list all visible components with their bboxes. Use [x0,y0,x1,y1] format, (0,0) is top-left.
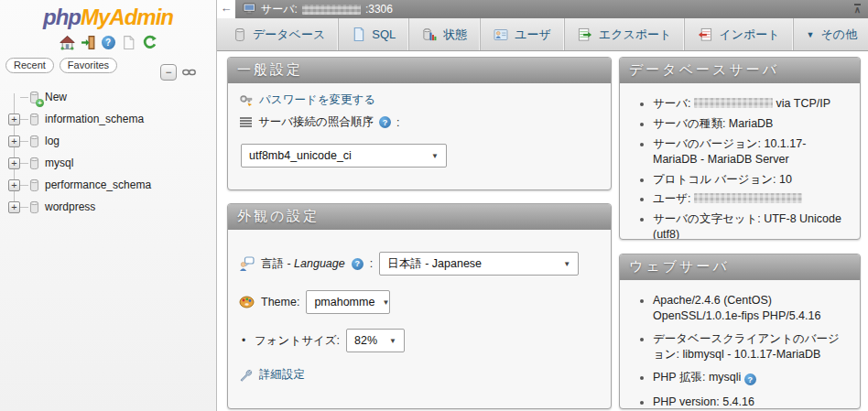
server-icon [243,3,256,16]
docs-icon[interactable] [121,35,136,50]
expand-icon[interactable]: + [8,114,20,125]
tree-item-information-schema[interactable]: + information_schema [8,108,216,130]
collation-label: サーバ接続の照合順序 [258,114,374,130]
help-icon[interactable]: ? [744,373,756,385]
tree-item-mysql[interactable]: + mysql [8,152,216,174]
logout-icon[interactable] [81,35,96,50]
tree-item-label: mysql [45,157,73,169]
tree-item-label: log [45,135,60,147]
list-item: PHP version: 5.4.16 [653,395,849,409]
expand-icon[interactable]: + [8,179,20,191]
tab-more[interactable]: ▼ その他 [794,18,868,50]
list-item: サーバ: via TCP/IP [653,96,849,112]
expand-icon[interactable]: + [8,157,20,169]
phpmyadmin-logo[interactable]: phpMyAdmin [0,0,216,30]
collation-value: utf8mb4_unicode_ci [249,149,352,162]
tree-item-new-database[interactable]: + New [8,86,216,108]
sidebar-toolbar: ? [0,34,216,50]
help-icon[interactable]: ? [352,258,363,270]
web-server-list: Apache/2.4.6 (CentOS) OpenSSL/1.0.1e-fip… [653,293,849,409]
list-item: ユーザ: [653,191,849,207]
panel-title: 一般設定 [228,58,611,83]
home-icon[interactable] [60,35,75,50]
new-database-icon: + [28,91,40,104]
server-info-column: データベースサーバ サーバ: via TCP/IP サーバの種類: MariaD… [619,57,861,409]
language-label: 言語 - Language [261,256,345,272]
server-tabs: データベース SQL 状態 ユーザ エクスポート インポート [217,18,868,51]
main-panel: ← サーバ: :3306 ∧ データベース SQL [217,0,868,411]
tree-item-wordpress[interactable]: + wordpress [8,196,216,218]
tree-item-log[interactable]: + log [8,130,216,152]
users-icon [494,28,508,41]
import-icon [698,27,712,42]
logo-myadmin: MyAdmin [81,5,173,29]
tab-status[interactable]: 状態 [409,18,481,50]
font-size-value: 82% [354,334,377,347]
database-icon [28,157,40,170]
server-breadcrumb-bar: ← サーバ: :3306 ∧ [217,0,868,18]
list-item: サーバの文字セット: UTF-8 Unicode (utf8) [653,211,849,240]
collapse-nav-arrow-icon[interactable]: ← [217,0,235,18]
list-item: サーバのバージョン: 10.1.17-MariaDB - MariaDB Ser… [653,136,849,168]
collation-list-icon [239,116,253,128]
database-server-panel: データベースサーバ サーバ: via TCP/IP サーバの種類: MariaD… [619,57,861,240]
tree-controls: − [160,64,196,81]
panel-title: ウェブサーバ [620,254,860,280]
database-icon [28,135,40,148]
panel-title: データベースサーバ [620,58,860,83]
theme-select[interactable]: pmahomme ▼ [306,290,390,314]
server-port: :3306 [365,3,393,16]
bullet-icon: • [239,334,248,347]
tree-item-performance-schema[interactable]: + performance_schema [8,174,216,196]
font-size-select[interactable]: 82% ▼ [346,329,405,352]
tab-databases[interactable]: データベース [221,18,339,50]
status-chart-icon [422,27,437,42]
tree-item-label: New [45,91,67,103]
expand-icon[interactable]: + [8,201,20,213]
select-arrow-icon: ▼ [389,337,396,345]
tab-sql[interactable]: SQL [339,18,409,50]
change-password-link[interactable]: パスワードを変更する [259,92,375,108]
tab-export[interactable]: エクスポート [565,18,686,50]
more-settings-link[interactable]: 詳細設定 [259,367,305,383]
server-info-strip: サーバ: :3306 ∧ [235,0,868,18]
tab-import[interactable]: インポート [685,18,793,50]
logo-php: php [43,5,81,29]
server-label: サーバ: [261,2,298,17]
collation-colon: : [396,116,399,129]
language-colon: : [370,257,373,270]
navigation-sidebar: phpMyAdmin ? Recent Favorites − [0,0,217,411]
tab-users[interactable]: ユーザ [481,18,565,50]
scroll-top-icon[interactable]: ∧ [854,4,861,15]
theme-palette-icon [239,296,255,308]
list-item: Apache/2.4.6 (CentOS) OpenSSL/1.0.1e-fip… [653,293,849,324]
server-host-redacted [302,5,361,15]
collapse-all-icon[interactable]: − [160,64,177,81]
refresh-icon[interactable] [142,35,157,50]
collation-select[interactable]: utf8mb4_unicode_ci ▼ [241,144,447,168]
plus-badge-icon: + [36,99,44,107]
database-icon [28,113,40,126]
tree-item-label: information_schema [45,113,144,125]
list-item: サーバの種類: MariaDB [653,116,849,132]
wrench-icon [239,368,254,383]
theme-value: pmahomme [314,296,374,308]
database-tree: + New + information_schema + log + mysql… [0,86,216,218]
database-icon [233,27,246,42]
settings-column: 一般設定 パスワードを変更する サーバ接続の照合順序 [227,57,612,409]
help-icon[interactable]: ? [379,116,391,128]
favorites-dropdown[interactable]: Favorites [60,58,117,73]
appearance-settings-panel: 外観の設定 言語 - Language ? : 日本語 - Japanese ▼ [227,203,612,409]
content-area: 一般設定 パスワードを変更する サーバ接続の照合順序 [217,51,868,411]
unlink-icon[interactable] [182,68,196,77]
language-icon [239,256,255,272]
help-icon[interactable]: ? [102,36,115,49]
language-select[interactable]: 日本語 - Japanese ▼ [379,252,579,276]
database-server-list: サーバ: via TCP/IP サーバの種類: MariaDB サーバのバージョ… [653,96,849,240]
select-arrow-icon: ▼ [382,298,389,307]
database-icon [28,178,40,192]
recent-dropdown[interactable]: Recent [5,58,54,73]
server-host-redacted [694,98,773,108]
expand-icon[interactable]: + [8,135,20,147]
export-icon [578,27,592,42]
